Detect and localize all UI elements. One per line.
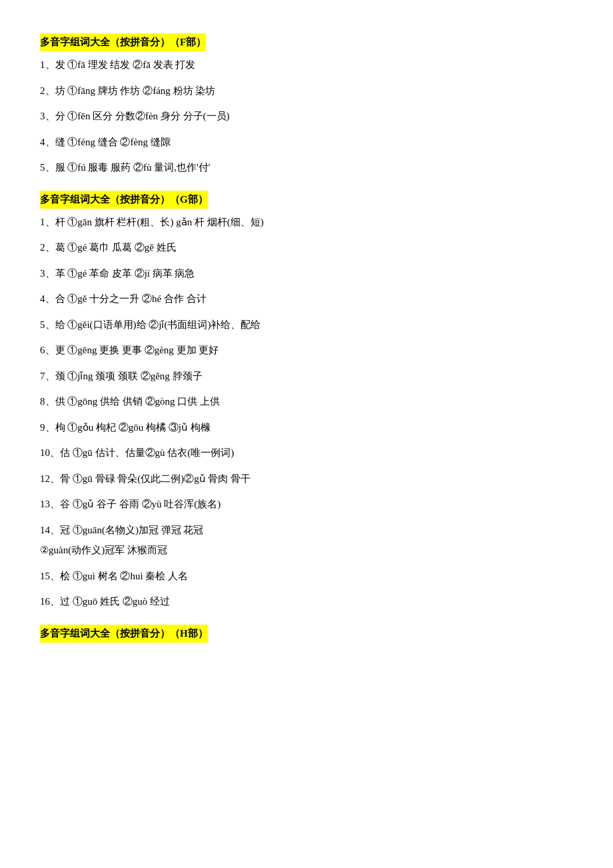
entry-line: 7、颈 ①jǐng 颈项 颈联 ②gěng 脖颈子 [40,367,573,386]
page-content: 多音字组词大全（按拼音分）（F部）1、发 ①fā 理发 结发 ②fā 发表 打发… [40,27,573,647]
entry-g6: 6、更 ①gēng 更换 更事 ②gèng 更加 更好 [40,341,573,360]
entry-line: 10、估 ①gū 估计、估量②gù 估衣(唯一例词) [40,443,573,463]
entry-line: 1、杆 ①gān 旗杆 栏杆(粗、长) gǎn 杆 烟杆(细、短) [40,213,573,232]
entry-line: 4、缝 ①féng 缝合 ②fèng 缝隙 [40,133,573,152]
entry-f3: 3、分 ①fēn 区分 分数②fèn 身分 分子(一员) [40,107,573,126]
entry-f1: 1、发 ①fā 理发 结发 ②fā 发表 打发 [40,55,573,75]
entry-line: 3、革 ①gé 革命 皮革 ②jí 病革 病急 [40,264,573,283]
section-title-h-section: 多音字组词大全（按拼音分）（H部） [40,625,208,643]
entry-line: 1、发 ①fā 理发 结发 ②fā 发表 打发 [40,55,573,75]
entry-line: 13、谷 ①gǔ 谷子 谷雨 ②yù 吐谷浑(族名) [40,495,573,514]
entry-g13: 13、谷 ①gǔ 谷子 谷雨 ②yù 吐谷浑(族名) [40,495,573,514]
entry-f2: 2、坊 ①fāng 牌坊 作坊 ②fáng 粉坊 染坊 [40,81,573,101]
entry-line: 15、桧 ①guì 树名 ②huì 秦桧 人名 [40,567,573,586]
entry-g15: 15、桧 ①guì 树名 ②huì 秦桧 人名 [40,567,573,586]
entry-f4: 4、缝 ①féng 缝合 ②fèng 缝隙 [40,133,573,152]
entry-g4: 4、合 ①gě 十分之一升 ②hé 合作 合计 [40,289,573,309]
entry-g3: 3、革 ①gé 革命 皮革 ②jí 病革 病急 [40,264,573,283]
entry-line: 9、枸 ①gǒu 枸杞 ②gōu 枸橘 ③jǔ 枸橼 [40,418,573,437]
entry-line: 16、过 ①guō 姓氏 ②guò 经过 [40,592,573,611]
section-title-f-section: 多音字组词大全（按拼音分）（F部） [40,33,206,51]
entry-g5: 5、给 ①gěi(口语单用)给 ②jǐ(书面组词)补给、配给 [40,315,573,335]
entry-f5: 5、服 ①fú 服毒 服药 ②fù 量词,也作'付' [40,158,573,177]
entry-line: 5、服 ①fú 服毒 服药 ②fù 量词,也作'付' [40,158,573,177]
entry-line: 14、冠 ①guān(名物义)加冠 弹冠 花冠 [40,521,573,540]
entry-line: ②guàn(动作义)冠军 沐猴而冠 [40,541,573,560]
entry-g14: 14、冠 ①guān(名物义)加冠 弹冠 花冠②guàn(动作义)冠军 沐猴而冠 [40,521,573,560]
entry-line: 12、骨 ①gū 骨碌 骨朵(仅此二例)②gǔ 骨肉 骨干 [40,469,573,489]
entry-g16: 16、过 ①guō 姓氏 ②guò 经过 [40,592,573,611]
entry-line: 3、分 ①fēn 区分 分数②fèn 身分 分子(一员) [40,107,573,126]
entry-g12: 12、骨 ①gū 骨碌 骨朵(仅此二例)②gǔ 骨肉 骨干 [40,469,573,489]
entry-line: 2、葛 ①gé 葛巾 瓜葛 ②gě 姓氏 [40,238,573,257]
entry-line: 6、更 ①gēng 更换 更事 ②gèng 更加 更好 [40,341,573,360]
entry-g9: 9、枸 ①gǒu 枸杞 ②gōu 枸橘 ③jǔ 枸橼 [40,418,573,437]
entry-g1: 1、杆 ①gān 旗杆 栏杆(粗、长) gǎn 杆 烟杆(细、短) [40,213,573,232]
entry-line: 2、坊 ①fāng 牌坊 作坊 ②fáng 粉坊 染坊 [40,81,573,101]
entry-g10: 10、估 ①gū 估计、估量②gù 估衣(唯一例词) [40,443,573,463]
entry-line: 4、合 ①gě 十分之一升 ②hé 合作 合计 [40,289,573,309]
entry-g7: 7、颈 ①jǐng 颈项 颈联 ②gěng 脖颈子 [40,367,573,386]
section-title-g-section: 多音字组词大全（按拼音分）（G部） [40,191,208,209]
entry-line: 5、给 ①gěi(口语单用)给 ②jǐ(书面组词)补给、配给 [40,315,573,335]
entry-line: 8、供 ①gōng 供给 供销 ②gòng 口供 上供 [40,392,573,411]
entry-g2: 2、葛 ①gé 葛巾 瓜葛 ②gě 姓氏 [40,238,573,257]
entry-g8: 8、供 ①gōng 供给 供销 ②gòng 口供 上供 [40,392,573,411]
